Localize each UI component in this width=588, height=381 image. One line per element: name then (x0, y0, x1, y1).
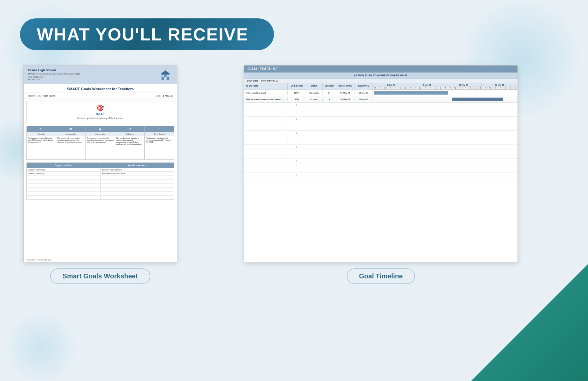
col-duration: Duration (323, 83, 336, 90)
smart-content-achievable: The teachers must apply for speech enhan… (86, 136, 115, 159)
d4: T (388, 87, 393, 89)
school-email: inquirie@phs.edu (28, 76, 80, 78)
opp-achieve-row4 (27, 179, 174, 183)
goal-label: GOAL (31, 113, 170, 116)
d20: S (468, 87, 473, 89)
opp3 (27, 175, 101, 179)
d17: W (453, 87, 458, 89)
zero-row-8: 0 (244, 140, 518, 145)
zr1-comp: 0 (288, 109, 306, 111)
d16: T (448, 87, 453, 89)
action-plan-title: ACTION PLAN TO ACHIEVE SMART GOAL (244, 73, 518, 79)
opp4 (27, 179, 101, 183)
smart-r: R (115, 126, 145, 132)
zr11-task (244, 156, 288, 157)
zr14-task (244, 170, 288, 171)
d25: T (493, 87, 498, 89)
school-address: 92 Vista Tel Mar Street, Camano Island, … (28, 73, 80, 75)
svg-marker-1 (160, 71, 170, 74)
d9: T (413, 87, 418, 89)
smart-subheaders: Specific Measurable Achievable Relevant … (27, 132, 174, 136)
zr14-comp: 0 (288, 169, 306, 171)
zr6-task (244, 133, 288, 133)
zr9-comp: 0 (288, 146, 306, 148)
start-date-label: Start Date (247, 80, 258, 82)
smart-timebound: Time-Bound (145, 132, 174, 136)
smart-m: M (56, 126, 86, 132)
goal-text: Improve speech competency of the teacher… (31, 117, 170, 119)
start-date-row: Start Date Mon, May-01-23 (244, 79, 518, 83)
opp-achieve-row3 (27, 175, 174, 179)
zr1-task (244, 109, 288, 110)
d18: T (458, 87, 463, 89)
smart-s: S (27, 126, 56, 132)
zero-row-0: 0 (244, 103, 518, 107)
zr2-task (244, 114, 288, 115)
zero-row-6: 0 (244, 131, 518, 135)
week1-label: 1-May-23 (373, 83, 409, 87)
column-headers: To Do/Tasks Completion Status Duration S… (244, 83, 518, 90)
worksheet-label[interactable]: Smart Goals Worksheet (50, 268, 150, 284)
zero-row-13: 0 (244, 163, 518, 168)
zr13-task (244, 165, 288, 166)
col-task: To Do/Tasks (244, 83, 288, 90)
zr15-task (244, 175, 288, 175)
ach4 (101, 179, 174, 183)
opp-achieve-row2: Speech coaching Maintain quality educati… (27, 171, 174, 175)
timeline-document: GOAL TIMELINE ACTION PLAN TO ACHIEVE SMA… (244, 65, 518, 262)
task-row-1: Public speaking Coach 100% Completed 14 … (244, 90, 518, 96)
svg-rect-2 (164, 77, 167, 80)
d10: W (418, 87, 423, 89)
d5: F (393, 87, 398, 89)
date-value: 1-May-23 (163, 95, 173, 97)
d29: S (513, 87, 518, 89)
zero-row-3: 0 (244, 117, 518, 121)
timeline-title: GOAL TIMELINE (244, 66, 518, 73)
zero-row-11: 0 (244, 154, 518, 159)
opportunities-label: Opportunities (27, 163, 101, 168)
zr0-comp: 0 (288, 104, 306, 106)
zr12-comp: 0 (288, 160, 306, 162)
doc-title: SMART Goals Worksheet for Teachers (24, 84, 177, 93)
zr8-comp: 0 (288, 141, 306, 143)
zero-row-9: 0 (244, 145, 518, 149)
opp1: Speech workshops (27, 168, 101, 171)
smart-content-relevant: The teachers are required to improve the… (115, 136, 145, 159)
gantt-bar-2 (452, 98, 503, 101)
achievements-label: Achievements (101, 163, 174, 168)
d3: W (383, 87, 388, 89)
zero-row-7: 0 (244, 135, 518, 140)
d15: M (443, 87, 448, 89)
task2-status: Ongoing (306, 98, 323, 101)
task2-name: Take the speech assessment examination. (244, 98, 288, 101)
week4-label: 22-May-23 (482, 83, 518, 87)
goal-section: 🎯 GOAL Improve speech competency of the … (26, 101, 174, 123)
opp-achieve-row1: Speech workshops Speech enhancement (27, 168, 174, 171)
ach7 (101, 192, 174, 195)
d6: S (398, 87, 403, 89)
zr7-comp: 0 (288, 137, 306, 139)
smart-content-measurable: The school will hire a public speaking c… (56, 136, 86, 159)
start-date-value: Mon, May-01-23 (261, 80, 278, 82)
task1-duration: 14 (323, 91, 336, 95)
d24: W (488, 87, 493, 89)
col-end: END DATE (354, 83, 373, 90)
teacher-name: Mr. Roger Towns (38, 95, 55, 97)
timeline-label[interactable]: Goal Timeline (347, 268, 415, 284)
opp5 (27, 183, 101, 187)
opp7 (27, 192, 101, 195)
d28: S (508, 87, 513, 89)
opp-achieve-table: Opportunities Achievements Speech worksh… (26, 162, 174, 200)
task1-status: Completed (306, 91, 323, 95)
d7: S (403, 87, 408, 89)
col-completion: Completion (288, 83, 306, 90)
task2-end: 25-May-23 (354, 98, 373, 101)
d8: M (408, 87, 413, 89)
zero-rows: 0 0 0 0 (244, 103, 518, 177)
col-status: Status (306, 83, 323, 90)
zr4-task (244, 123, 288, 124)
d11: T (423, 87, 428, 89)
ach1: Speech enhancement (101, 168, 174, 171)
teacher-label: Teacher: (28, 95, 36, 97)
smart-specific: Specific (27, 132, 56, 136)
